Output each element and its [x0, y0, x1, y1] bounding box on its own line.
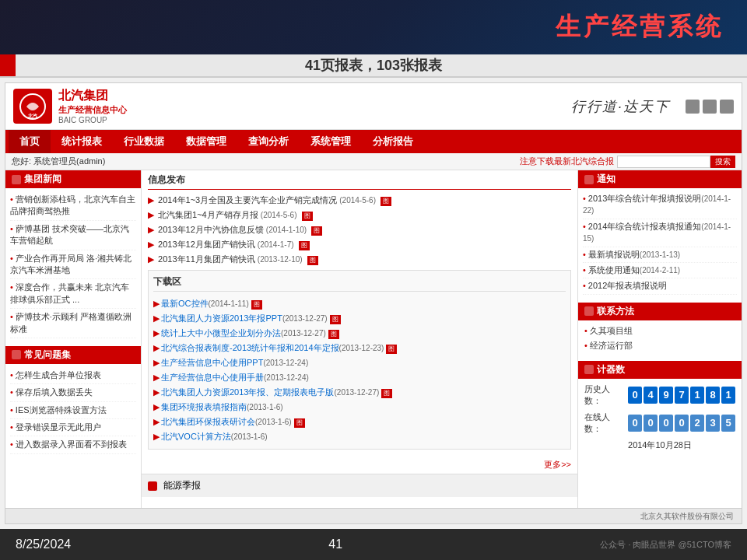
footer-date: 8/25/2024	[16, 537, 71, 551]
contact-section: •久其项目组 •经济运行部	[578, 320, 742, 356]
digit-h-2: 9	[659, 387, 673, 404]
nav-analysis[interactable]: 分析报告	[362, 130, 424, 153]
nav-system[interactable]: 系统管理	[300, 130, 362, 153]
notice-icon	[584, 175, 594, 184]
dl-item-5[interactable]: ▶生产经营信息中心使用PPT(2013-12-24)	[153, 355, 566, 370]
notice-item-4[interactable]: •系统使用通知(2014-2-11)	[583, 263, 737, 278]
slide-text: 41页报表，103张报表	[305, 56, 442, 75]
counter-section: 历史人数： 0 4 9 7 1 8 1 在线人数：	[578, 379, 742, 456]
user-bar: 您好: 系统管理员(admin) 注意下载最新北汽综合报 搜索	[5, 153, 742, 170]
dl-item-1[interactable]: ▶最新OC控件(2014-1-11)图	[153, 296, 566, 311]
right-column: 通知 •2013年综合统计年报填报说明(2014-1-22) •2014年综合统…	[578, 170, 742, 508]
faq-item-5[interactable]: •进入数据录入界面看不到报表	[10, 436, 136, 453]
digit-h-3: 7	[675, 387, 689, 404]
system-title: 生产经营系统	[556, 10, 724, 44]
nav-bar: 首页 统计报表 行业数据 数据管理 查询分析 系统管理 分析报告	[5, 130, 742, 153]
logo-sub: 生产经营信息中心	[58, 104, 127, 116]
footer-watermark: 公众号 · 肉眼品世界 @51CTO博客	[600, 539, 731, 551]
header-icon-3[interactable]	[720, 100, 734, 114]
notice-text: 注意下载最新北汽综合报	[520, 156, 614, 167]
digit-o-4: 2	[690, 415, 704, 432]
info-section: 信息发布 ▶ 2014年1~3月全国及主要汽车企业产销完成情况 (2014-5-…	[142, 170, 577, 270]
faq-item-1[interactable]: •怎样生成合并单位报表	[10, 367, 136, 384]
nav-query[interactable]: 查询分析	[237, 130, 300, 153]
notice-section-header: 通知	[578, 170, 742, 188]
logo-en: BAIC GROUP	[58, 116, 127, 124]
info-item-1[interactable]: ▶ 2014年1~3月全国及主要汽车企业产销完成情况 (2014-5-6) 图	[148, 193, 571, 208]
info-item-4[interactable]: ▶ 2013年12月集团产销快讯 (2014-1-7) 图	[148, 237, 571, 252]
dl-item-7[interactable]: ▶北汽集团人力资源2013年报、定期报表电子版(2013-12-27)图	[153, 385, 566, 400]
user-greeting: 您好: 系统管理员(admin)	[12, 156, 105, 167]
digit-o-6: 5	[721, 415, 735, 432]
dl-item-10[interactable]: ▶北汽VOC计算方法(2013-1-6)	[153, 429, 566, 444]
counter-icon	[584, 365, 594, 374]
contact-item-2[interactable]: •经济运行部	[584, 338, 735, 353]
bottom-bar: 北京久其软件股份有限公司	[5, 508, 742, 523]
online-counter: 在线人数： 0 0 0 0 2 3 5	[584, 411, 735, 435]
footer-page: 41	[328, 537, 342, 551]
news-item-4[interactable]: •深度合作，共赢未来 北京汽车排球俱乐部正式 ...	[10, 279, 136, 309]
top-header: 生产经营系统	[0, 0, 747, 54]
faq-item-2[interactable]: •保存后填入数据丢失	[10, 384, 136, 401]
download-title: 下载区	[153, 275, 566, 292]
left-column: 集团新闻 •营销创新添柱码，北京汽车自主品牌招商驾热推 •萨博基团 技术突破——…	[5, 170, 142, 508]
faq-list: •怎样生成合并单位报表 •保存后填入数据丢失 •IES浏览器特殊设置方法 •登录…	[5, 364, 141, 457]
search-button[interactable]: 搜索	[710, 156, 735, 168]
search-input[interactable]	[617, 156, 710, 168]
dl-item-2[interactable]: ▶北汽集团人力资源2013年报PPT(2013-12-27)图	[153, 311, 566, 326]
digit-o-0: 0	[628, 415, 642, 432]
slide-indicator: 41页报表，103张报表	[0, 54, 747, 78]
info-item-3[interactable]: ▶ 2013年12月中汽协信息反馈 (2014-1-10) 图	[148, 222, 571, 237]
notice-list: •2013年综合统计年报填报说明(2014-1-22) •2014年综合统计报表…	[578, 188, 742, 298]
mid-column: 信息发布 ▶ 2014年1~3月全国及主要汽车企业产销完成情况 (2014-5-…	[142, 170, 578, 508]
notice-item-5[interactable]: •2012年报表填报说明	[583, 278, 737, 294]
info-item-2[interactable]: ▶ 北汽集团1~4月产销存月报 (2014-5-6) 图	[148, 208, 571, 222]
info-item-5[interactable]: ▶ 2013年11月集团产销快讯 (2013-12-10) 图	[148, 252, 571, 267]
logo-text: 北汽集团 生产经营信息中心 BAIC GROUP	[58, 88, 127, 124]
energy-bar: 能源季报	[142, 474, 577, 497]
slide-footer: 8/25/2024 41 公众号 · 肉眼品世界 @51CTO博客	[0, 529, 747, 560]
faq-item-4[interactable]: •登录错误显示无此用户	[10, 419, 136, 436]
notice-item-2[interactable]: •2014年综合统计报表填报通知(2014-1-15)	[583, 219, 737, 247]
logo-cn: 北汽集团	[58, 88, 127, 104]
dl-item-4[interactable]: ▶北汽综合报表制度-2013统计年报和2014年定报(2013-12-23)图	[153, 341, 566, 355]
digit-h-4: 1	[690, 387, 704, 404]
dl-item-8[interactable]: ▶集团环境报表填报指南(2013-1-6)	[153, 400, 566, 415]
faq-header-icon	[12, 350, 21, 359]
browser-frame: 北汽 北汽集团 生产经营信息中心 BAIC GROUP 行行道·达天下 首页 统…	[5, 82, 742, 524]
history-label: 历史人数：	[584, 383, 623, 407]
notice-title: 通知	[597, 173, 615, 186]
nav-industry[interactable]: 行业数据	[113, 130, 175, 153]
header-icon	[12, 175, 21, 184]
news-item-1[interactable]: •营销创新添柱码，北京汽车自主品牌招商驾热推	[10, 191, 136, 221]
faq-item-3[interactable]: •IES浏览器特殊设置方法	[10, 402, 136, 419]
digit-o-2: 0	[659, 415, 673, 432]
energy-label: 能源季报	[163, 479, 201, 492]
news-item-3[interactable]: •产业合作再开局局 洛·湘共铸北京汽车米洲基地	[10, 250, 136, 280]
news-list: •营销创新添柱码，北京汽车自主品牌招商驾热推 •萨博基团 技术突破——北京汽车营…	[5, 188, 141, 341]
logo-icon: 北汽	[13, 89, 52, 124]
dl-item-9[interactable]: ▶北汽集团环保报表研讨会(2013-1-6)图	[153, 415, 566, 429]
header-icon-2[interactable]	[703, 100, 717, 114]
nav-data-mgmt[interactable]: 数据管理	[175, 130, 237, 153]
digit-o-3: 0	[675, 415, 689, 432]
header-icon-1[interactable]	[686, 100, 700, 114]
dl-item-3[interactable]: ▶统计上大中小微型企业划分办法(2013-12-27)图	[153, 326, 566, 341]
notice-item-3[interactable]: •最新填报说明(2013-1-13)	[583, 247, 737, 263]
news-item-5[interactable]: •萨博技术·示顾利 严格遵循欧洲标准	[10, 309, 136, 338]
dl-item-6[interactable]: ▶生产经营信息中心使用手册(2013-12-24)	[153, 370, 566, 385]
counter-title: 计器数	[597, 363, 625, 376]
footer-company: 北京久其软件股份有限公司	[640, 511, 734, 522]
energy-dot-icon	[148, 481, 157, 491]
contact-title: 联系方法	[597, 305, 634, 318]
contact-item-1[interactable]: •久其项目组	[584, 324, 735, 338]
nav-reports[interactable]: 统计报表	[51, 130, 113, 153]
history-counter: 历史人数： 0 4 9 7 1 8 1	[584, 383, 735, 407]
news-item-2[interactable]: •萨博基团 技术突破——北京汽车营销起航	[10, 221, 136, 250]
download-section: 下载区 ▶最新OC控件(2014-1-11)图 ▶北汽集团人力资源2013年报P…	[148, 270, 571, 450]
site-header: 北汽 北汽集团 生产经营信息中心 BAIC GROUP 行行道·达天下	[5, 83, 742, 130]
nav-home[interactable]: 首页	[9, 130, 51, 153]
notice-item-1[interactable]: •2013年综合统计年报填报说明(2014-1-22)	[583, 191, 737, 219]
more-link[interactable]: 更多>>	[142, 456, 577, 474]
digit-h-6: 1	[721, 387, 735, 404]
